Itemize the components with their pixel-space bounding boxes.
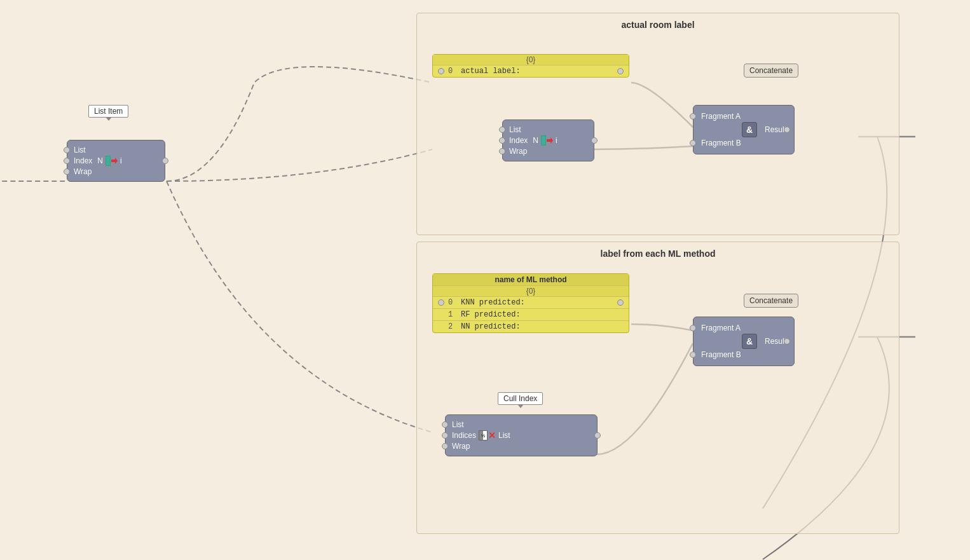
node-row-index-top: Index N i xyxy=(509,135,587,146)
top-left-port-index[interactable] xyxy=(499,137,505,144)
wrap-label: Wrap xyxy=(74,167,92,176)
node-row-list-top: List xyxy=(509,125,587,134)
cull-left-port-list[interactable] xyxy=(442,421,448,428)
fragment-bottom-row-a: Fragment A xyxy=(701,324,786,332)
list-item-tooltip: List Item xyxy=(88,105,128,118)
group-title-actual-room: actual room label xyxy=(621,20,694,30)
group-actual-room-label: actual room label xyxy=(416,13,899,235)
frag-top-left-a[interactable] xyxy=(690,113,696,120)
top-left-port-list[interactable] xyxy=(499,126,505,133)
node-row-wrap: Wrap xyxy=(74,167,158,176)
concat-node-top: Concatenate xyxy=(744,64,798,78)
cull-row-indices: Indices ½ ✕ List xyxy=(452,430,591,440)
top-index-label: Index xyxy=(509,136,528,145)
frag-top-label-a: Fragment A xyxy=(701,112,741,121)
ml-left-port-0[interactable] xyxy=(438,299,444,306)
cull-list-label: List xyxy=(452,420,464,429)
concat-top-label: Concatenate xyxy=(749,66,793,75)
frag-bottom-right-result[interactable] xyxy=(784,338,790,345)
node-row-index: Index N i xyxy=(74,156,158,166)
ml-row-0: 0 KNN predicted: xyxy=(433,297,629,309)
yellow-panel-ml: name of ML method {0} 0 KNN predicted: 1… xyxy=(432,273,629,333)
panel-brace-top: {0} xyxy=(433,55,629,65)
fragment-bottom-row-amp: & Result xyxy=(701,334,786,349)
cull-index-node[interactable]: List Indices ½ ✕ List Wrap xyxy=(445,414,598,456)
frag-top-label-b: Fragment B xyxy=(701,139,741,147)
frag-bottom-left-a[interactable] xyxy=(690,325,696,331)
index-label: Index xyxy=(74,156,92,165)
left-port-list[interactable] xyxy=(64,147,70,153)
frag-top-right-result[interactable] xyxy=(784,126,790,133)
top-right-port[interactable] xyxy=(591,137,598,144)
top-n-label: N xyxy=(533,136,538,145)
cull-row-list: List xyxy=(452,420,591,429)
left-port-wrap[interactable] xyxy=(64,168,70,175)
top-list-index-node[interactable]: List Index N i Wrap xyxy=(502,120,594,161)
ml-row-1: 1 RF predicted: xyxy=(433,309,629,321)
right-port-list[interactable] xyxy=(162,158,168,164)
panel-left-port[interactable] xyxy=(438,68,444,74)
fragment-node-top[interactable]: Fragment A & Result Fragment B xyxy=(693,105,795,154)
fragment-top-row-b: Fragment B xyxy=(701,139,786,147)
frag-bottom-label-b: Fragment B xyxy=(701,350,741,359)
cull-left-port-wrap[interactable] xyxy=(442,443,448,449)
top-left-port-wrap[interactable] xyxy=(499,148,505,154)
cull-left-port-indices[interactable] xyxy=(442,432,448,439)
node-row-list: List xyxy=(74,146,158,154)
ml-panel-brace: {0} xyxy=(433,286,629,297)
left-port-index[interactable] xyxy=(64,158,70,164)
cull-list2-label: List xyxy=(498,431,510,440)
cull-row-wrap: Wrap xyxy=(452,442,591,451)
result-top-label: Result xyxy=(765,125,786,134)
frag-top-left-b[interactable] xyxy=(690,140,696,146)
amp-icon-top: & xyxy=(742,122,757,137)
i-label: i xyxy=(120,156,122,165)
left-list-node[interactable]: List Index N i Wrap xyxy=(67,140,165,182)
yellow-panel-actual-label: {0} 0 actual label: xyxy=(432,54,629,78)
panel-right-port[interactable] xyxy=(617,68,624,74)
group-title-ml-method: label from each ML method xyxy=(601,249,716,259)
ml-row-2: 2 NN predicted: xyxy=(433,321,629,332)
frag-bottom-label-a: Fragment A xyxy=(701,324,741,332)
fragment-top-row-a: Fragment A xyxy=(701,112,786,121)
frag-bottom-left-b[interactable] xyxy=(690,352,696,358)
result-bottom-label: Result xyxy=(765,337,786,346)
fragment-top-row-amp: & Result xyxy=(701,122,786,137)
top-i-label: i xyxy=(556,136,557,145)
cull-icon: ½ ✕ xyxy=(479,430,496,440)
cull-wrap-label: Wrap xyxy=(452,442,470,451)
fragment-node-bottom[interactable]: Fragment A & Result Fragment B xyxy=(693,317,795,366)
n-label: N xyxy=(97,156,103,165)
amp-icon-bottom: & xyxy=(742,334,757,349)
cull-indices-label: Indices xyxy=(452,431,476,440)
top-list-label: List xyxy=(509,125,521,134)
concat-bottom-label: Concatenate xyxy=(749,296,793,305)
ml-right-port[interactable] xyxy=(617,299,624,306)
fragment-bottom-row-b: Fragment B xyxy=(701,350,786,359)
panel-row-actual: 0 actual label: xyxy=(433,65,629,77)
node-row-wrap-top: Wrap xyxy=(509,147,587,156)
ml-panel-header: name of ML method xyxy=(433,274,629,286)
top-index-icon xyxy=(541,135,553,146)
cull-index-tooltip: Cull Index xyxy=(498,392,543,405)
list-label: List xyxy=(74,146,86,154)
concat-node-bottom: Concatenate xyxy=(744,294,798,308)
cull-right-port[interactable] xyxy=(594,432,601,439)
top-wrap-label: Wrap xyxy=(509,147,527,156)
index-icon xyxy=(106,156,118,166)
